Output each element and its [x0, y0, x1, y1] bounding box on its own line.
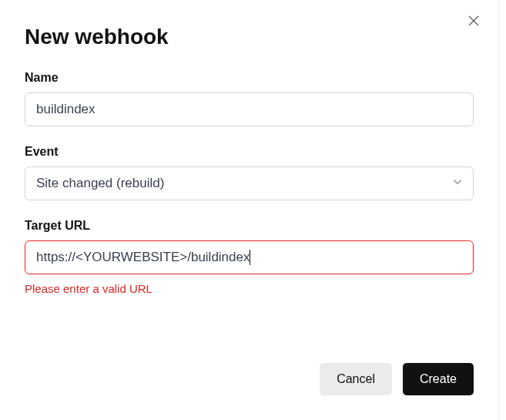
create-button[interactable]: Create: [403, 363, 474, 395]
event-field: Event Site changed (rebuild): [25, 145, 474, 200]
event-selected-value: Site changed (rebuild): [36, 176, 164, 191]
close-button[interactable]: [466, 14, 481, 29]
new-webhook-modal: New webhook Name Event Site changed (reb…: [0, 0, 499, 420]
name-label: Name: [25, 71, 474, 85]
target-url-value: https://<YOURWEBSITE>/buildindex: [36, 250, 250, 265]
name-input[interactable]: [25, 92, 474, 126]
modal-title: New webhook: [25, 25, 474, 49]
event-label: Event: [25, 145, 474, 159]
target-url-field: Target URL https://<YOURWEBSITE>/buildin…: [25, 219, 474, 295]
event-select[interactable]: Site changed (rebuild): [25, 166, 474, 200]
name-field: Name: [25, 71, 474, 126]
close-icon: [467, 18, 480, 29]
text-cursor: [250, 250, 250, 265]
modal-footer: Cancel Create: [320, 363, 474, 395]
target-url-error: Please enter a valid URL: [25, 282, 474, 295]
target-url-label: Target URL: [25, 219, 474, 233]
cancel-button[interactable]: Cancel: [320, 363, 392, 395]
target-url-input[interactable]: https://<YOURWEBSITE>/buildindex: [25, 240, 474, 274]
